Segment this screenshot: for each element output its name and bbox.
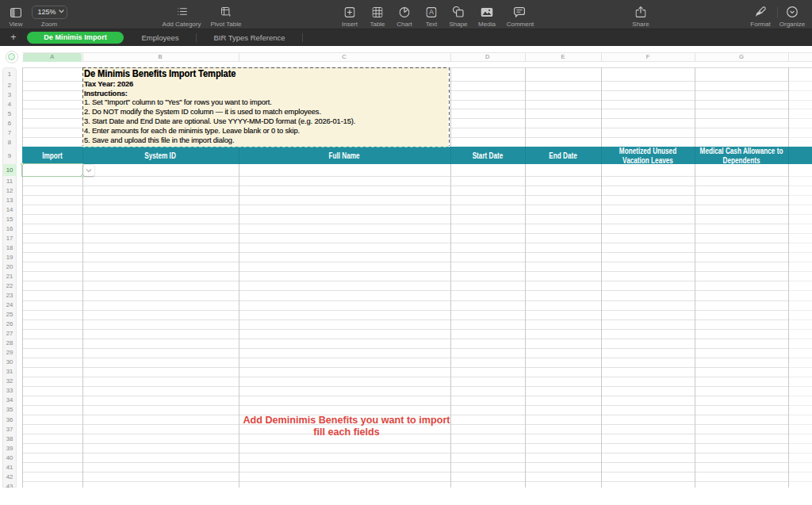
svg-text:A: A — [429, 8, 434, 16]
